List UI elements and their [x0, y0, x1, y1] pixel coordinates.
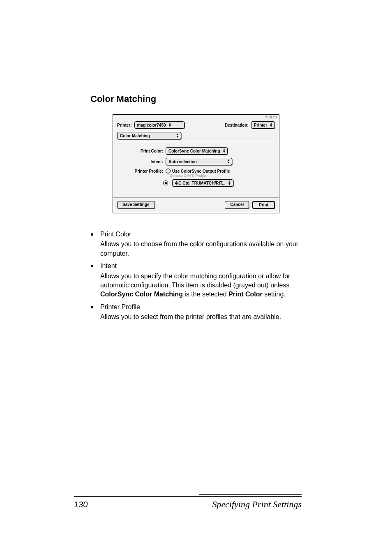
- radio-icon: [163, 180, 168, 185]
- radio-custom-profile[interactable]: [163, 180, 170, 185]
- intent-row: Intent: Auto selection ▲▼: [117, 158, 275, 165]
- chevron-updown-icon: ▲▼: [270, 123, 273, 127]
- chevron-updown-icon: ▲▼: [168, 123, 172, 127]
- destination-select[interactable]: Printer ▲▼: [251, 121, 275, 129]
- list-item: ■ Intent Allows you to specify the color…: [90, 261, 302, 299]
- destination-select-value: Printer: [254, 123, 267, 127]
- radio-use-colorsync[interactable]: Use ColorSync Output Profile: [166, 169, 230, 173]
- profile-select[interactable]: 4/C Ctd. TRUMATCH/RIT... ▲▼: [172, 179, 233, 187]
- print-color-label: Print Color:: [117, 149, 163, 153]
- page-footer: 130 Specifying Print Settings: [74, 494, 302, 510]
- panel-select-value: Color Matching: [120, 134, 150, 138]
- printer-row: Printer: magicolor7450 ▲▼ Destination: P…: [113, 115, 279, 131]
- chevron-updown-icon: ▲▼: [176, 133, 179, 138]
- bullet-icon: ■: [90, 230, 100, 258]
- save-settings-button[interactable]: Save Settings: [117, 201, 155, 209]
- bullet-title: Intent: [100, 261, 302, 271]
- footer-rule-short: [199, 494, 302, 495]
- panel-select[interactable]: Color Matching ▲▼: [117, 132, 181, 139]
- bullet-list: ■ Print Color Allows you to choose from …: [90, 230, 302, 322]
- radio-use-colorsync-label: Use ColorSync Output Profile: [172, 169, 230, 173]
- chevron-updown-icon: ▲▼: [227, 159, 230, 164]
- intent-select[interactable]: Auto selection ▲▼: [166, 158, 232, 165]
- printer-select[interactable]: magicolor7450 ▲▼: [134, 121, 184, 129]
- print-dialog: Z1-8.7.1 Printer: magicolor7450 ▲▼ Desti…: [113, 114, 279, 213]
- section-heading: Color Matching: [90, 94, 302, 104]
- printer-profile-row-2: 4/C Ctd. TRUMATCH/RIT... ▲▼: [117, 179, 275, 187]
- bullet-desc: Allows you to specify the color matching…: [100, 272, 302, 299]
- bullet-title: Printer Profile: [100, 303, 302, 312]
- printer-profile-row-1: Printer Profile: Use ColorSync Output Pr…: [117, 169, 275, 173]
- bullet-icon: ■: [90, 261, 100, 299]
- intent-select-value: Auto selection: [168, 160, 197, 164]
- printer-label: Printer:: [117, 123, 132, 127]
- print-button[interactable]: Print: [252, 201, 275, 209]
- profile-select-value: 4/C Ctd. TRUMATCH/RIT...: [175, 181, 226, 185]
- button-row: Save Settings Cancel Print: [113, 197, 279, 213]
- cancel-button[interactable]: Cancel: [225, 201, 249, 209]
- text: Allows you to specify the color matching…: [100, 273, 290, 289]
- bullet-icon: ■: [90, 303, 100, 322]
- text-bold: ColorSync Color Matching: [100, 291, 183, 298]
- intent-label: Intent:: [117, 160, 163, 164]
- printer-select-value: magicolor7450: [137, 123, 166, 127]
- divider: [117, 142, 275, 142]
- print-color-select[interactable]: ColorSync Color Matching ▲▼: [166, 147, 228, 155]
- footer-rule-full: [74, 496, 302, 497]
- footer-section-title: Specifying Print Settings: [123, 499, 302, 510]
- page-number: 130: [74, 500, 123, 509]
- chevron-updown-icon: ▲▼: [228, 180, 231, 185]
- form-area: Print Color: ColorSync Color Matching ▲▼…: [113, 143, 279, 192]
- radio-icon: [166, 169, 171, 173]
- printer-profile-sub: Generic CMYK Profile: [117, 173, 275, 178]
- bullet-desc: Allows you to select from the printer pr…: [100, 312, 302, 321]
- print-color-row: Print Color: ColorSync Color Matching ▲▼: [117, 147, 275, 155]
- chevron-updown-icon: ▲▼: [223, 148, 226, 153]
- list-item: ■ Printer Profile Allows you to select f…: [90, 303, 302, 322]
- bullet-desc: Allows you to choose from the color conf…: [100, 240, 302, 258]
- text: setting.: [263, 291, 286, 298]
- text-bold: Print Color: [228, 291, 263, 298]
- dialog-screenshot: Z1-8.7.1 Printer: magicolor7450 ▲▼ Desti…: [90, 114, 302, 213]
- generic-cmyk-label: Generic CMYK Profile: [170, 173, 206, 178]
- printer-profile-label: Printer Profile:: [117, 169, 163, 173]
- bullet-title: Print Color: [100, 230, 302, 239]
- text: is the selected: [183, 291, 228, 298]
- destination-label: Destination:: [225, 123, 249, 127]
- panel-row: Color Matching ▲▼: [113, 131, 279, 140]
- list-item: ■ Print Color Allows you to choose from …: [90, 230, 302, 258]
- print-color-select-value: ColorSync Color Matching: [168, 149, 220, 153]
- dialog-version: Z1-8.7.1: [265, 116, 277, 119]
